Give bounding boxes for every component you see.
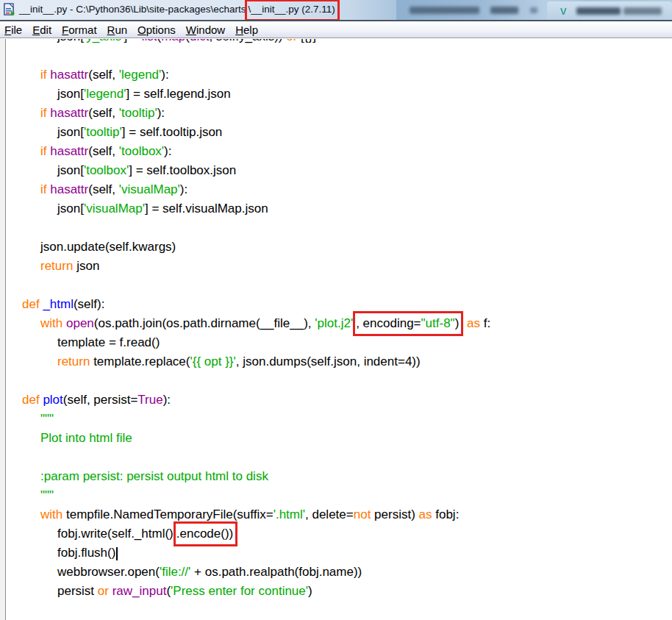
menu-options[interactable]: Options	[137, 24, 176, 36]
code-token: map	[161, 39, 185, 43]
code-line: return json	[7, 257, 672, 276]
code-token: + os.path.realpath(fobj.name))	[190, 565, 362, 579]
text-cursor	[116, 547, 118, 560]
menu-file[interactable]: File	[4, 24, 22, 36]
code-line: """	[7, 410, 672, 429]
code-token: ):	[161, 68, 168, 82]
code-token: 'toolbox'	[84, 163, 129, 177]
code-token: (self, persist=	[63, 393, 138, 407]
menu-edit[interactable]: Edit	[32, 24, 51, 36]
code-token: """	[40, 412, 54, 426]
code-token: list	[142, 39, 157, 43]
code-token: (os.path.join(os.path.dirname(__file__),	[94, 316, 315, 330]
code-token: 'y_axis'	[84, 39, 124, 43]
code-line: if hasattr(self, 'tooltip'):	[7, 104, 672, 123]
code-token: or	[286, 39, 297, 43]
code-token: 'tooltip'	[84, 125, 122, 139]
code-token: fobj:	[432, 507, 460, 521]
code-token: ] =	[124, 39, 142, 43]
code-token: ] = self.toolbox.json	[129, 163, 236, 177]
code-line: json['toolbox'] = self.toolbox.json	[7, 161, 672, 180]
favicon-v-icon: V	[560, 6, 570, 15]
code-token: if	[40, 144, 47, 158]
code-token: fobj.write(self._html()	[57, 527, 174, 541]
code-token: '.html'	[274, 507, 305, 521]
code-lines-container: json['y_axis'] = list(map(dict, self.y_a…	[7, 39, 672, 601]
code-line: :param persist: persist output html to d…	[7, 467, 672, 486]
code-line: json['tooltip'] = self.tooltip.json	[7, 123, 672, 142]
menu-run[interactable]: Run	[107, 24, 128, 36]
code-token: "utf-8"	[421, 316, 455, 330]
highlight-box: , encoding="utf-8")	[353, 311, 463, 336]
menu-format[interactable]: Format	[62, 24, 97, 36]
code-token: , delete=	[305, 507, 354, 521]
code-token: 'toolbox'	[119, 144, 164, 158]
code-token: with	[40, 316, 62, 330]
code-token: json[	[57, 202, 84, 215]
code-token: as	[467, 316, 480, 330]
title-bar[interactable]: V __init__.py - C:\Python36\Lib\site-pac…	[0, 0, 672, 20]
code-token: 'legend'	[119, 68, 162, 82]
background-tab-text-blob	[410, 7, 479, 14]
code-line: with open(os.path.join(os.path.dirname(_…	[7, 314, 672, 333]
code-line	[7, 448, 672, 467]
code-token: ):	[163, 393, 171, 407]
code-line: persist or raw_input('Press enter for co…	[7, 582, 672, 601]
window-title: __init__.py - C:\Python36\Lib\site-packa…	[19, 4, 340, 15]
code-token: hasattr	[50, 182, 88, 196]
code-line: def plot(self, persist=True):	[7, 391, 672, 410]
code-line: fobj.flush()	[7, 544, 672, 563]
code-token: 'tooltip'	[119, 106, 157, 120]
code-token: , self.y_axis))	[209, 39, 286, 43]
code-token: as	[419, 507, 432, 521]
code-line: with tempfile.NamedTemporaryFile(suffix=…	[7, 505, 672, 524]
code-area[interactable]: json['y_axis'] = list(map(dict, self.y_a…	[7, 39, 672, 620]
code-line	[7, 276, 672, 295]
code-line: json['y_axis'] = list(map(dict, self.y_a…	[7, 39, 672, 46]
code-token: if	[40, 68, 47, 82]
code-line: Plot into html file	[7, 429, 672, 448]
code-token: [{}]	[297, 39, 316, 43]
code-token: def	[22, 297, 40, 311]
code-token: hasattr	[50, 68, 88, 82]
menu-window[interactable]: Window	[186, 24, 225, 36]
code-token: , json.dumps(self.json, indent=4))	[236, 354, 421, 368]
code-token: persist	[57, 584, 98, 598]
code-token: open	[66, 316, 94, 330]
code-token: (self):	[74, 297, 105, 311]
background-browser-tabs: V	[396, 0, 672, 20]
code-line: if hasattr(self, 'legend'):	[7, 65, 672, 85]
code-token: Plot into html file	[40, 431, 132, 445]
idle-file-icon	[3, 3, 15, 16]
code-token: 'visualMap'	[119, 182, 180, 196]
code-token: ):	[157, 106, 165, 120]
highlight-box: .encode())	[174, 521, 237, 546]
code-line	[7, 46, 672, 65]
window-left-frame	[0, 39, 6, 620]
code-line: webbrowser.open('file://' + os.path.real…	[7, 563, 672, 582]
code-token: (self,	[88, 106, 119, 120]
code-token: (self,	[88, 144, 119, 158]
background-tab[interactable]: V	[547, 1, 672, 20]
code-token: ):	[164, 144, 171, 158]
code-line: fobj.write(self._html().encode())	[7, 524, 672, 544]
menu-help[interactable]: Help	[235, 24, 258, 36]
code-line: def _html(self):	[7, 295, 672, 314]
code-line	[7, 218, 672, 238]
background-tab-text-blob	[623, 7, 662, 15]
background-tab-text-blob	[490, 7, 518, 14]
code-token: if	[40, 106, 47, 120]
window-title-highlight-box: \__init__.py (2.7.11)	[245, 0, 339, 20]
code-line: return template.replace('{{ opt }}', jso…	[7, 352, 672, 371]
background-tab-close-icon[interactable]	[530, 7, 537, 13]
code-line: if hasattr(self, 'visualMap'):	[7, 180, 672, 199]
code-token: webbrowser.open(	[57, 565, 160, 579]
code-token: )	[308, 584, 312, 598]
code-token: ] = self.tooltip.json	[122, 125, 223, 139]
code-token: True	[137, 393, 162, 407]
code-token: 'file://'	[160, 565, 190, 579]
code-token: persist)	[371, 507, 418, 521]
code-token: hasattr	[50, 106, 88, 120]
code-token: if	[40, 182, 47, 196]
code-token: 'plot.j2'	[315, 316, 353, 330]
